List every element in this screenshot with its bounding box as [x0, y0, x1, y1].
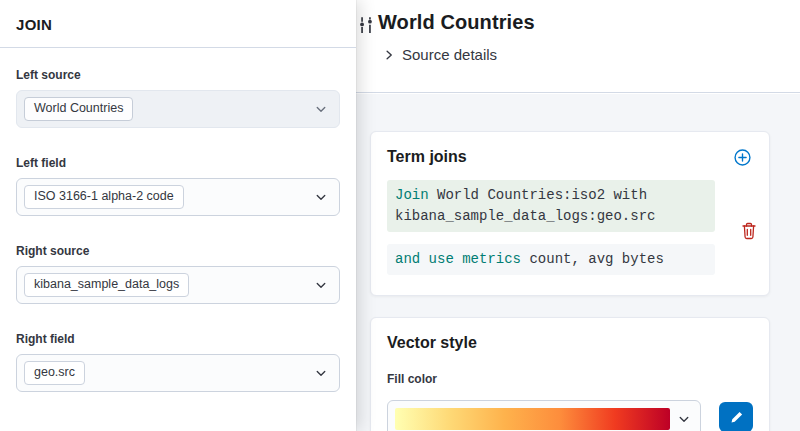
left-source-group: Left source World Countries — [16, 68, 340, 128]
chevron-down-icon — [315, 191, 327, 203]
fill-color-row — [387, 400, 753, 431]
chevron-down-icon — [678, 413, 690, 425]
fill-color-select[interactable] — [387, 400, 701, 431]
left-field-select[interactable]: ISO 3166-1 alpha-2 code — [16, 178, 340, 216]
chevron-down-icon — [315, 103, 327, 115]
layer-settings-icon[interactable] — [357, 15, 375, 39]
delete-join-button[interactable] — [739, 220, 759, 242]
metrics-expression[interactable]: and use metrics count, avg bytes — [387, 244, 715, 275]
fill-color-label: Fill color — [387, 372, 753, 386]
left-source-label: Left source — [16, 68, 340, 82]
join-flyout: JOIN Left source World Countries Left fi… — [0, 0, 356, 431]
join-flyout-header: JOIN — [0, 0, 356, 48]
join-flyout-title: JOIN — [16, 16, 340, 33]
join-expression[interactable]: Join World Countries:iso2 with kibana_sa… — [387, 180, 715, 232]
join-expression-group: Join World Countries:iso2 with kibana_sa… — [387, 180, 715, 275]
source-details-label: Source details — [402, 46, 497, 63]
left-field-label: Left field — [16, 156, 340, 170]
edit-fill-color-button[interactable] — [719, 402, 753, 431]
chevron-down-icon — [315, 279, 327, 291]
right-source-group: Right source kibana_sample_data_logs — [16, 244, 340, 304]
right-source-select[interactable]: kibana_sample_data_logs — [16, 266, 340, 304]
vector-style-card: Vector style Fill color — [370, 317, 770, 431]
right-field-group: Right field geo.src — [16, 332, 340, 392]
term-joins-card: Term joins Join World Countries:iso2 wit… — [370, 131, 770, 296]
layer-title: World Countries — [378, 11, 535, 34]
right-field-value: geo.src — [24, 361, 85, 385]
left-source-select[interactable]: World Countries — [16, 90, 340, 128]
right-source-value: kibana_sample_data_logs — [24, 273, 189, 297]
right-source-label: Right source — [16, 244, 340, 258]
join-keyword: Join — [395, 187, 429, 203]
term-joins-title: Term joins — [387, 148, 753, 166]
fill-color-ramp — [395, 408, 670, 430]
metrics-value: count, avg bytes — [529, 251, 663, 267]
left-field-value: ISO 3166-1 alpha-2 code — [24, 185, 184, 209]
right-field-label: Right field — [16, 332, 340, 346]
chevron-right-icon — [383, 49, 395, 61]
metrics-keyword: and use metrics — [395, 251, 521, 267]
source-details-toggle[interactable]: Source details — [383, 46, 497, 63]
left-source-value: World Countries — [24, 97, 133, 121]
chevron-down-icon — [315, 367, 327, 379]
right-field-select[interactable]: geo.src — [16, 354, 340, 392]
vector-style-title: Vector style — [387, 334, 753, 352]
join-flyout-body: Left source World Countries Left field I… — [0, 48, 356, 392]
join-value: World Countries:iso2 with kibana_sample_… — [395, 187, 655, 224]
left-field-group: Left field ISO 3166-1 alpha-2 code — [16, 156, 340, 216]
add-join-button[interactable] — [732, 147, 753, 168]
